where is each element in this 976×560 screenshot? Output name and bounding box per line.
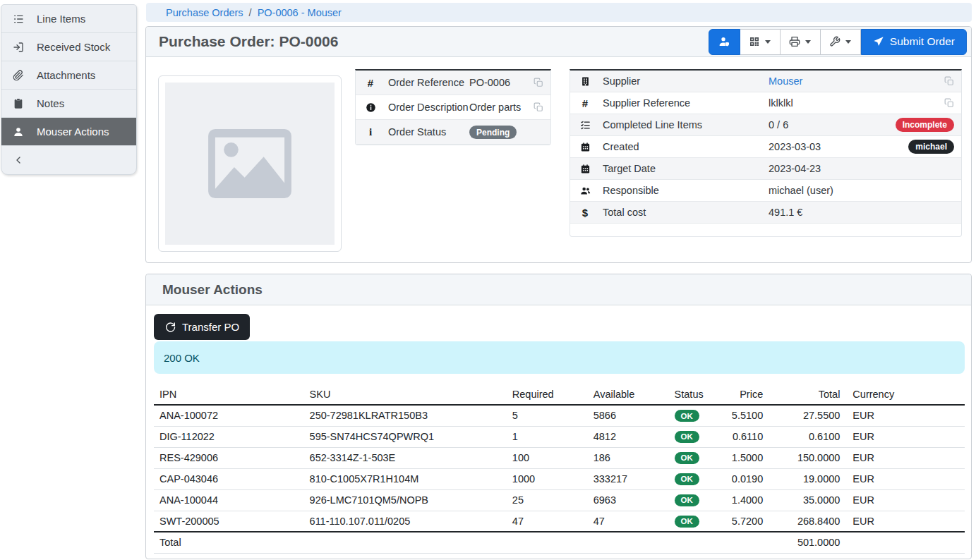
currency-cell: EUR — [847, 426, 965, 447]
detail-label: Target Date — [603, 163, 656, 174]
detail-value-link[interactable]: Mouser — [769, 75, 802, 87]
table-row: ANA-100044926-LMC7101QM5/NOPB256963OK1.4… — [154, 489, 965, 511]
copy-icon[interactable] — [944, 76, 954, 86]
paper-plane-icon — [873, 36, 884, 47]
sku-cell: 926-LMC7101QM5/NOPB — [304, 489, 507, 511]
detail-row-responsible: Responsiblemichael (user) — [570, 180, 961, 202]
breadcrumb-link-current-order[interactable]: PO-0006 - Mouser — [258, 7, 342, 18]
available-cell: 333217 — [588, 468, 669, 489]
table-row: CAP-043046810-C1005X7R1H104M1000333217OK… — [154, 468, 965, 489]
sidebar-item-notes[interactable]: Notes — [1, 90, 136, 118]
required-cell: 1 — [507, 426, 588, 447]
breadcrumb-link-purchase-orders[interactable]: Purchase Orders — [166, 7, 243, 18]
paperclip-icon — [11, 70, 25, 81]
column-header-status: Status — [669, 386, 722, 405]
detail-label: Supplier — [603, 75, 640, 87]
qrcode-icon — [749, 36, 760, 47]
sidebar-collapse-button[interactable] — [1, 146, 136, 174]
column-header-currency: Currency — [847, 386, 965, 405]
supplier-details-table: SupplierMouser#Supplier Referencelklklkl… — [570, 69, 962, 237]
page: Line ItemsReceived StockAttachmentsNotes… — [0, 0, 976, 560]
submit-order-button[interactable]: Submit Order — [861, 29, 967, 55]
table-row: RES-429006652-3314Z-1-503E100186OK1.5000… — [154, 447, 965, 468]
order-image-card[interactable] — [158, 75, 342, 252]
status-cell: OK — [669, 489, 722, 511]
total-value: 501.0000 — [770, 532, 847, 553]
total-cell: 19.0000 — [770, 468, 847, 489]
required-cell: 25 — [507, 489, 588, 511]
order-tools-button[interactable] — [821, 29, 861, 55]
detail-value: lklklkl — [769, 97, 793, 109]
detail-row-order-description: Order DescriptionOrder parts — [356, 95, 550, 120]
detail-label: Supplier Reference — [603, 97, 690, 109]
ipn-cell: SWT-200005 — [154, 511, 304, 532]
column-header-price: Price — [721, 386, 770, 405]
copy-icon[interactable] — [534, 102, 543, 112]
barcode-actions-button[interactable] — [740, 29, 781, 55]
sidebar-item-attachments[interactable]: Attachments — [1, 61, 136, 90]
detail-value: 2023-04-23 — [769, 163, 821, 174]
sidebar-item-line-items[interactable]: Line Items — [1, 5, 136, 33]
currency-cell: EUR — [847, 511, 965, 532]
printer-icon — [789, 36, 800, 47]
hash-icon: # — [577, 98, 593, 109]
table-total-row: Total501.0000 — [154, 532, 965, 553]
total-cell: 27.5500 — [770, 405, 847, 426]
price-cell: 1.4000 — [721, 489, 770, 511]
sidebar: Line ItemsReceived StockAttachmentsNotes… — [1, 4, 137, 175]
sku-cell: 595-SN74HCS74QPWRQ1 — [304, 426, 507, 447]
ok-badge: OK — [675, 410, 699, 422]
copy-icon[interactable] — [534, 78, 543, 87]
empty-cell — [669, 532, 722, 553]
sidebar-item-label: Attachments — [37, 69, 95, 81]
redo-icon — [164, 322, 176, 333]
sidebar-item-received-stock[interactable]: Received Stock — [1, 33, 136, 61]
transfer-po-label: Transfer PO — [182, 321, 239, 333]
transfer-po-button[interactable]: Transfer PO — [154, 314, 250, 340]
admin-view-button[interactable] — [709, 29, 740, 55]
column-header-sku: SKU — [304, 386, 507, 405]
copy-icon[interactable] — [944, 98, 954, 108]
table-row: DIG-112022595-SN74HCS74QPWRQ114812OK0.61… — [154, 426, 965, 447]
total-cell: 35.0000 — [770, 489, 847, 511]
chevron-down-icon — [765, 40, 771, 44]
detail-value: 491.1 € — [769, 207, 802, 218]
status-badge: michael — [908, 140, 954, 153]
detail-row-order-status: iOrder StatusPending — [356, 120, 550, 145]
users-icon — [577, 185, 593, 196]
detail-label: Total cost — [603, 207, 646, 218]
detail-row-completed-line-items: Completed Line Items0 / 6Incomplete — [570, 114, 961, 136]
column-header-total: Total — [770, 386, 847, 405]
line-items-table: IPNSKURequiredAvailableStatusPriceTotalC… — [154, 386, 965, 554]
detail-value: michael (user) — [769, 185, 833, 196]
chevron-down-icon — [805, 40, 811, 44]
user-shield-icon — [718, 36, 730, 47]
status-cell: OK — [669, 426, 722, 447]
total-label: Total — [154, 532, 304, 553]
page-title: Purchase Order: PO-0006 — [159, 33, 338, 50]
detail-row-target-date: Target Date2023-04-23 — [570, 158, 961, 180]
available-cell: 186 — [588, 447, 669, 468]
detail-value: Order parts — [469, 102, 521, 113]
total-cell: 268.8400 — [770, 511, 847, 532]
detail-value: 0 / 6 — [769, 119, 788, 130]
building-icon — [577, 76, 593, 87]
currency-cell: EUR — [847, 489, 965, 511]
price-cell: 1.5000 — [721, 447, 770, 468]
sku-cell: 611-110.107.011/0205 — [304, 511, 507, 532]
ok-badge: OK — [675, 452, 699, 464]
empty-cell — [588, 532, 669, 553]
detail-label: Completed Line Items — [603, 119, 702, 130]
status-cell: OK — [669, 405, 722, 426]
print-actions-button[interactable] — [781, 29, 821, 55]
sidebar-item-mouser-actions[interactable]: Mouser Actions — [1, 118, 136, 146]
purchase-order-panel: Purchase Order: PO-0006 — [145, 26, 972, 263]
available-cell: 4812 — [588, 426, 669, 447]
detail-row-total-cost: $Total cost491.1 € — [570, 202, 961, 224]
sku-cell: 250-72981KLRATR150B3 — [304, 405, 507, 426]
calendar-icon — [577, 164, 593, 174]
detail-label: Order Description — [388, 102, 469, 113]
mouser-actions-panel: Mouser Actions Transfer PO 200 OK IPNSKU… — [145, 274, 972, 559]
empty-cell — [721, 532, 770, 553]
ok-badge: OK — [675, 494, 699, 506]
